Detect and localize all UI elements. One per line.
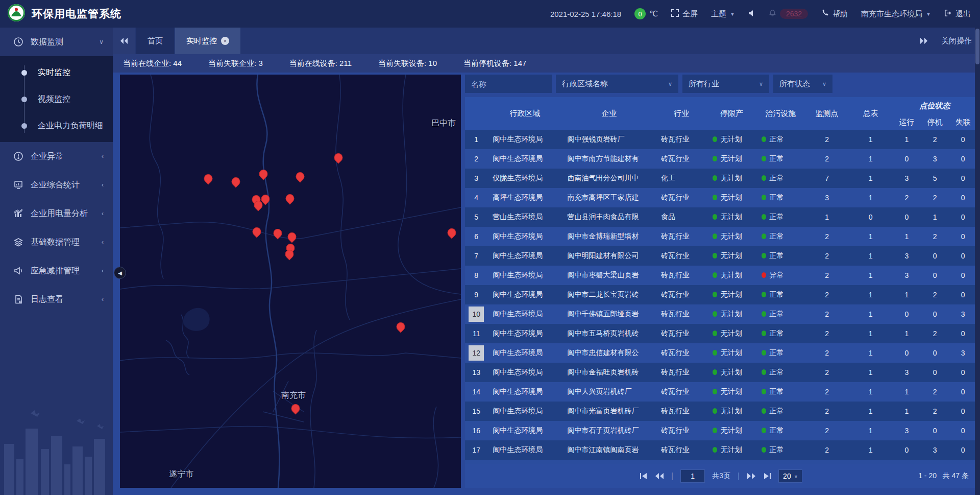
tab-realtime-monitor[interactable]: 实时监控 × [175, 28, 240, 54]
table-row[interactable]: 9 阆中生态环境局 阆中市二龙长宝页岩砖 砖瓦行业 无计划 正常 2 1 1 2… [465, 285, 977, 304]
cell-monitor-points: 2 [805, 130, 849, 149]
table-row[interactable]: 11 阆中生态环境局 阆中市五马桥页岩机砖 砖瓦行业 无计划 正常 2 1 1 … [465, 324, 977, 343]
map-panel[interactable]: 巴中市南充市遂宁市 ◀ [120, 75, 461, 488]
table-row[interactable]: 4 高坪生态环境局 南充市高坪区王家店建 砖瓦行业 无计划 正常 3 1 2 2… [465, 188, 977, 207]
cell-monitor-points: 2 [805, 149, 849, 169]
cell-disconnected: 0 [949, 169, 977, 188]
sidebar-subitem-label: 视频监控 [38, 94, 70, 105]
chevron-left-icon: ‹ [102, 239, 104, 246]
cell-monitor-points: 2 [805, 266, 849, 285]
cell-total-meters: 1 [849, 324, 893, 343]
cell-disconnected: 0 [949, 421, 977, 440]
phone-icon [821, 9, 829, 18]
status-select[interactable]: 所有状态 ∨ [773, 75, 832, 93]
sidebar-item-log-view[interactable]: 日志查看 ‹ [0, 285, 113, 314]
cell-total-meters: 1 [849, 285, 893, 304]
help-button[interactable]: 帮助 [821, 9, 848, 19]
sidebar-item-label: 基础数据管理 [31, 237, 80, 248]
name-search-input[interactable] [465, 75, 552, 93]
chevron-down-icon: ∨ [753, 81, 763, 87]
table-row[interactable]: 6 阆中生态环境局 阆中市金博瑞新型墙材 砖瓦行业 无计划 正常 2 1 1 2… [465, 227, 977, 246]
pagination-divider: | [671, 472, 673, 481]
logout-icon [944, 9, 952, 18]
pagination-divider: | [738, 472, 740, 481]
table-row[interactable]: 18 南部生态环境局 南部县兆华水泥有限公 建材加工 无计划 正常 6 0 0 … [465, 460, 977, 464]
cell-total-meters: 1 [849, 266, 893, 285]
table-row[interactable]: 13 阆中生态环境局 阆中市金福旺页岩机砖 砖瓦行业 无计划 正常 2 1 3 … [465, 363, 977, 382]
table-row[interactable]: 17 阆中生态环境局 阆中市江南镇阆南页岩 砖瓦行业 无计划 正常 2 1 0 … [465, 440, 977, 460]
prev-page-button[interactable] [655, 473, 664, 480]
cell-stop-status: 无计划 [707, 266, 756, 285]
table-row[interactable]: 14 阆中生态环境局 阆中大兴页岩机砖厂 砖瓦行业 无计划 正常 2 1 1 2… [465, 382, 977, 402]
table-row[interactable]: 1 阆中生态环境局 阆中强锐页岩砖厂 砖瓦行业 无计划 正常 2 1 1 2 0 [465, 130, 977, 149]
last-page-button[interactable] [763, 473, 771, 480]
tab-home[interactable]: 首页 [136, 28, 174, 54]
cell-region: 阆中生态环境局 [487, 285, 562, 304]
cell-disconnected: 0 [949, 188, 977, 207]
org-dropdown[interactable]: 南充市生态环境局 ▼ [861, 9, 931, 19]
cell-region: 南部生态环境局 [487, 460, 562, 464]
col-total-meters: 总表 [849, 97, 893, 130]
page-number-input[interactable] [680, 469, 705, 483]
cell-company: 阆中市忠信建材有限公 [562, 343, 656, 363]
cell-industry: 砖瓦行业 [656, 304, 707, 324]
table-row[interactable]: 7 阆中生态环境局 阆中明阳建材有限公司 砖瓦行业 无计划 正常 2 1 3 0… [465, 246, 977, 266]
exit-button[interactable]: 退出 [944, 9, 971, 19]
map-collapse-button[interactable]: ◀ [114, 267, 126, 279]
sidebar-subitem-realtime-monitor[interactable]: 实时监控 [0, 59, 113, 86]
tab-close-icon[interactable]: × [221, 37, 229, 45]
status-dot-green [762, 350, 766, 356]
cell-running: 1 [893, 382, 921, 402]
cell-industry: 砖瓦行业 [656, 188, 707, 207]
row-index: 4 [465, 188, 487, 207]
scrollbar-thumb[interactable] [975, 29, 979, 64]
table-row[interactable]: 15 阆中生态环境局 阆中市光富页岩机砖厂 砖瓦行业 无计划 正常 2 1 1 … [465, 402, 977, 421]
sidebar-subitem-video-monitor[interactable]: 视频监控 [0, 86, 113, 112]
status-dot-green [762, 369, 766, 375]
sidebar-item-enterprise-statistics[interactable]: 企业综合统计 ‹ [0, 171, 113, 199]
cell-total-meters: 1 [849, 227, 893, 246]
cell-running: 3 [893, 169, 921, 188]
table-row[interactable]: 2 阆中生态环境局 阆中市南方节能建材有 砖瓦行业 无计划 正常 2 1 0 3… [465, 149, 977, 169]
table-row[interactable]: 16 阆中生态环境局 阆中市石子页岩机砖厂 砖瓦行业 无计划 正常 2 1 3 … [465, 421, 977, 440]
close-operations-button[interactable]: 关闭操作 [941, 36, 972, 46]
table-row[interactable]: 12 阆中生态环境局 阆中市忠信建材有限公 砖瓦行业 无计划 正常 2 1 0 … [465, 343, 977, 363]
theme-dropdown[interactable]: 主题 ▼ [711, 9, 735, 19]
speaker-icon [748, 10, 755, 18]
table-row[interactable]: 10 阆中生态环境局 阆中千佛镇五郎垭页岩 砖瓦行业 无计划 正常 2 1 0 … [465, 304, 977, 324]
page-size-select[interactable]: 20 ∨ [778, 469, 802, 483]
first-page-button[interactable] [640, 473, 648, 480]
mute-button[interactable] [748, 10, 755, 18]
cell-industry: 砖瓦行业 [656, 343, 707, 363]
fullscreen-button[interactable]: 全屏 [671, 9, 698, 19]
tabs-scroll-left-button[interactable] [113, 28, 135, 54]
tabs-scroll-right-button[interactable] [920, 37, 928, 44]
sidebar-item-enterprise-abnormal[interactable]: 企业异常 ‹ [0, 142, 113, 171]
stat-value: 3 [258, 59, 262, 67]
cell-total-meters: 1 [849, 304, 893, 324]
cell-facility-status: 正常 [756, 324, 805, 343]
stat-label: 当前在线企业 [123, 59, 169, 67]
sidebar-subitem-power-load-detail[interactable]: 企业电力负荷明细 [0, 112, 113, 139]
table-row[interactable]: 5 营山生态环境局 营山县润丰肉食品有限 食品 无计划 正常 1 0 0 1 0 [465, 207, 977, 227]
cell-company: 阆中市二龙长宝页岩砖 [562, 285, 656, 304]
page-scrollbar[interactable] [975, 28, 980, 495]
sidebar-item-power-usage-analysis[interactable]: 企业用电量分析 ‹ [0, 199, 113, 228]
table-row[interactable]: 8 阆中生态环境局 阆中市枣碧大梁山页岩 砖瓦行业 无计划 异常 2 1 3 0… [465, 266, 977, 285]
pagination-bar: | 共3页 | 20 ∨ 1 - 20 [465, 464, 977, 488]
stat-2: 当前在线设备: 211 [289, 59, 352, 68]
status-dot-green [713, 214, 717, 220]
table-row[interactable]: 3 仪陇生态环境局 西南油气田分公司川中 化工 无计划 正常 7 1 3 5 0 [465, 169, 977, 188]
next-page-button[interactable] [747, 473, 756, 480]
cell-stopped: 6 [921, 460, 949, 464]
cell-stopped: 0 [921, 343, 949, 363]
sidebar-item-emergency-reduction[interactable]: 应急减排管理 ‹ [0, 256, 113, 285]
region-select[interactable]: 行政区域名称 ∨ [556, 75, 678, 93]
cell-region: 高坪生态环境局 [487, 188, 562, 207]
sidebar-item-data-monitoring[interactable]: 数据监测 ∨ [0, 28, 113, 56]
sidebar-item-base-data-management[interactable]: 基础数据管理 ‹ [0, 228, 113, 256]
notifications-button[interactable]: 2632 [769, 9, 808, 19]
cell-stopped: 2 [921, 324, 949, 343]
industry-select[interactable]: 所有行业 ∨ [682, 75, 769, 93]
bell-icon [769, 9, 776, 18]
